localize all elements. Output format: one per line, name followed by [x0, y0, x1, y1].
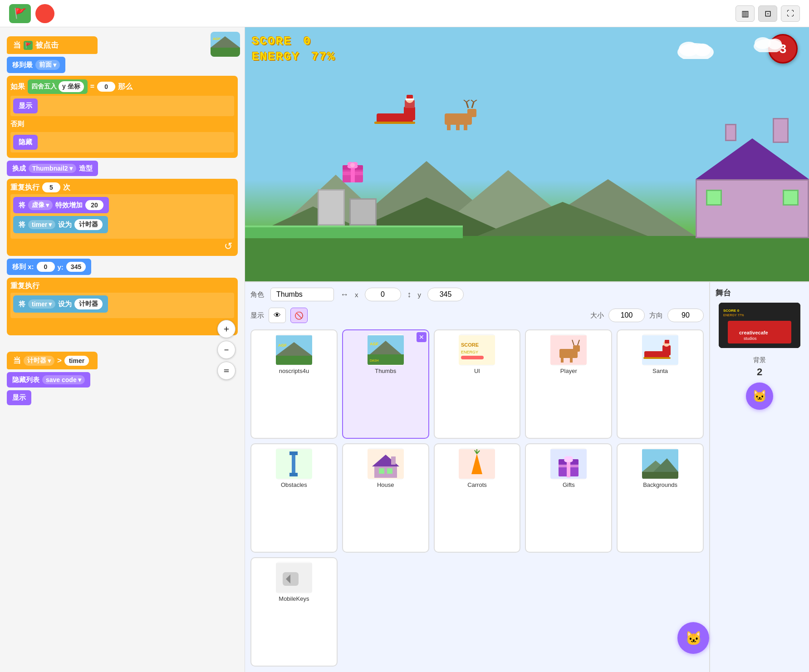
sprite-name-house: House [377, 481, 394, 488]
svg-line-23 [466, 102, 468, 108]
sprite-item-santa[interactable]: Santa [617, 329, 704, 439]
sprite-name-ui: UI [474, 368, 480, 374]
hide-list-block[interactable]: 隐藏列表 save code ▾ [7, 372, 90, 388]
timer-compare-val[interactable]: timer [64, 356, 89, 366]
zoom-fit-button[interactable]: ＝ [217, 362, 235, 380]
equals-value[interactable]: 0 [97, 82, 115, 92]
round-operator[interactable]: 四舍五入 y 坐标 [28, 79, 88, 94]
svg-text:ENERGY 77%: ENERGY 77% [723, 314, 744, 317]
sprite-label: 角色 [250, 290, 264, 299]
repeat-block-2[interactable]: 重复执行 将 timer ▾ 设为 计时器 ↺ [7, 278, 238, 335]
sprite-delete-thumbs[interactable]: ✕ [417, 332, 427, 342]
sprite-item-thumbs[interactable]: ✕ AGF DASH Thumbs [342, 329, 429, 439]
svg-text:ENERGY: ENERGY [461, 350, 478, 354]
timer-dropdown-2[interactable]: timer ▾ [28, 299, 55, 309]
effect-value[interactable]: 20 [85, 200, 103, 210]
goto-block[interactable]: 移到 x: 0 y: 345 [7, 259, 91, 275]
game-score: SCORE 0 ENERGY 77% [252, 34, 335, 65]
sprite-item-backgrounds[interactable]: Backgrounds [617, 443, 704, 553]
size-label: 大小 [590, 311, 604, 320]
sprite-name-mobilekeys: MobileKeys [279, 595, 309, 602]
show2-block[interactable]: 显示 [7, 390, 31, 405]
add-bg-icon: 🐱 [752, 389, 767, 403]
layout-btn-2[interactable]: ⊡ [758, 5, 777, 22]
set-timer-block-2[interactable]: 将 timer ▾ 设为 计时器 [13, 295, 108, 313]
y-coord-value: y 坐标 [59, 81, 84, 92]
sprite-item-house[interactable]: House [342, 443, 429, 553]
svg-line-25 [466, 100, 470, 102]
goto-row: 移到 x: 0 y: 345 [7, 259, 238, 275]
stop-button[interactable] [35, 4, 54, 23]
sprite-info-row: 角色 ↔ x ↕ y [250, 288, 704, 301]
svg-text:AGF: AGF [370, 342, 379, 346]
svg-rect-12 [404, 107, 415, 120]
sprite-thumb-ui: SCORE ENERGY [459, 334, 495, 366]
sprite-name-obstacles: Obstacles [281, 481, 307, 488]
svg-rect-65 [643, 357, 671, 359]
costume-dropdown[interactable]: Thumbnail2 ▾ [29, 164, 76, 173]
switch-costume-block[interactable]: 换成 Thumbnail2 ▾ 造型 [7, 161, 98, 176]
sprite-name-input[interactable] [270, 288, 334, 301]
layout-icon-1: ▥ [741, 9, 749, 19]
flag-icon-block: 🚩 [24, 41, 33, 50]
fullscreen-button[interactable]: ⛶ [781, 5, 800, 22]
show2-row: 显示 [7, 390, 238, 405]
add-sprite-button[interactable]: 🐱 [677, 622, 709, 654]
set-timer-block[interactable]: 将 timer ▾ 设为 计时器 [13, 216, 108, 233]
stage-thumbnail[interactable]: SCORE 0 ENERGY 77% creativecafe studios [719, 303, 800, 348]
move-front-block[interactable]: 移到最 前面 ▾ [7, 57, 65, 73]
svg-rect-1 [211, 48, 240, 57]
svg-rect-77 [391, 456, 396, 465]
vis-hide-btn[interactable]: 🚫 [290, 308, 308, 323]
timer-dropdown-1[interactable]: timer ▾ [28, 220, 55, 229]
repeat-block-1[interactable]: 重复执行 5 次 将 虚像 ▾ 特效增加 20 [7, 179, 238, 256]
sprite-item-mobilekeys[interactable]: MobileKeys [250, 557, 338, 667]
ghost-dropdown[interactable]: 虚像 ▾ [28, 200, 53, 210]
svg-line-28 [474, 100, 477, 102]
repeat-body-1: 将 虚像 ▾ 特效增加 20 将 timer [10, 194, 234, 239]
pixel-house [696, 138, 809, 238]
bg-count: 2 [757, 366, 762, 378]
flag-button[interactable]: 🚩 [9, 4, 31, 23]
zoom-out-button[interactable]: － [217, 341, 235, 359]
svg-rect-75 [379, 468, 384, 474]
hat-block-1[interactable]: 当 🚩 被点击 [7, 36, 98, 54]
sprite-item-player[interactable]: Player [525, 329, 612, 439]
change-effect-block[interactable]: 将 虚像 ▾ 特效增加 20 [13, 197, 109, 213]
sprite-item-carrots[interactable]: Carrots [434, 443, 521, 553]
goto-y-val[interactable]: 345 [66, 262, 86, 272]
sprite-thumb-carrots [459, 448, 495, 480]
show-block[interactable]: 显示 [13, 98, 38, 113]
change-effect-row: 将 虚像 ▾ 特效增加 20 [13, 197, 231, 213]
sprite-item-ui[interactable]: SCORE ENERGY UI [434, 329, 521, 439]
sprite-item-gifts[interactable]: Gifts [525, 443, 612, 553]
hide-block[interactable]: 隐藏 [13, 135, 38, 150]
zoom-in-button[interactable]: ＋ [217, 320, 235, 338]
sprite-item-obstacles[interactable]: Obstacles [250, 443, 338, 553]
hat-block-2[interactable]: 当 计时器 ▾ > timer [7, 352, 98, 369]
if-block[interactable]: 如果 四舍五入 y 坐标 = 0 那么 显示 否则 隐藏 [7, 76, 238, 158]
svg-rect-87 [559, 465, 579, 467]
front-dropdown[interactable]: 前面 ▾ [35, 60, 60, 70]
top-bar-left: 🚩 [9, 4, 54, 23]
save-code-dropdown[interactable]: save code ▾ [42, 375, 85, 384]
size-input[interactable] [608, 309, 645, 322]
x-value-input[interactable] [365, 288, 401, 301]
stage-label: 舞台 [716, 288, 731, 298]
sprite-name-backgrounds: Backgrounds [643, 481, 677, 488]
svg-rect-93 [642, 472, 678, 479]
dir-input[interactable] [667, 309, 704, 322]
repeat-times[interactable]: 5 [42, 182, 60, 192]
timer-var-dropdown[interactable]: 计时器 ▾ [24, 356, 54, 366]
sprite-item-noscripts4u[interactable]: AGF noscripts4u [250, 329, 338, 439]
svg-point-38 [694, 44, 711, 56]
x-icon: ↔ [340, 290, 348, 299]
goto-x-val[interactable]: 0 [37, 262, 55, 272]
house-chimney-2 [725, 124, 736, 141]
add-background-button[interactable]: 🐱 [746, 383, 773, 410]
vis-show-btn[interactable]: 👁 [269, 308, 286, 323]
repeat-header-1: 重复执行 5 次 [10, 182, 234, 192]
visibility-row: 显示 👁 🚫 大小 方向 [250, 308, 704, 323]
layout-btn-1[interactable]: ▥ [735, 5, 755, 22]
y-value-input[interactable] [427, 288, 464, 301]
